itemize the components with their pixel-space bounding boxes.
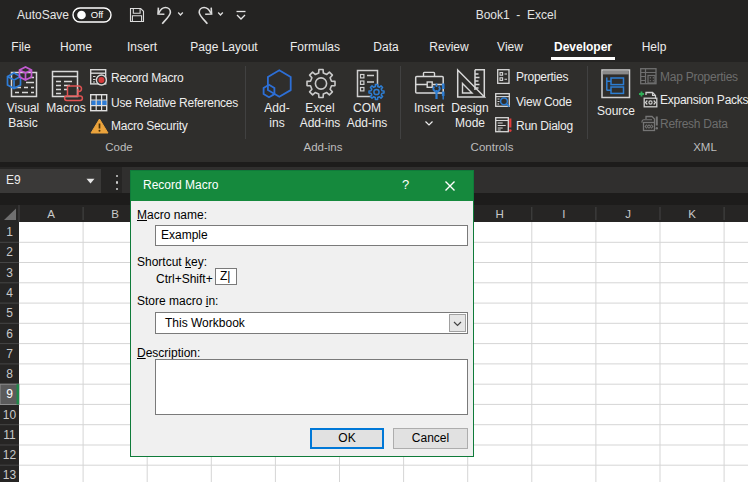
svg-text:2: 2	[6, 245, 13, 259]
svg-text:9: 9	[6, 387, 13, 401]
svg-text:4: 4	[6, 286, 13, 300]
svg-text:1: 1	[6, 225, 13, 239]
svg-text:6: 6	[6, 327, 13, 341]
svg-text:I: I	[562, 208, 565, 220]
svg-text:12: 12	[3, 448, 17, 462]
svg-text:13: 13	[3, 468, 17, 482]
svg-text:10: 10	[3, 408, 17, 422]
svg-text:8: 8	[6, 367, 13, 381]
svg-text:K: K	[688, 208, 696, 220]
svg-text:J: J	[625, 208, 631, 220]
svg-text:3: 3	[6, 266, 13, 280]
svg-text:A: A	[47, 208, 55, 220]
svg-text:Off: Off	[91, 9, 104, 20]
svg-text:7: 7	[6, 347, 13, 361]
svg-text:B: B	[111, 208, 119, 220]
svg-text:5: 5	[6, 306, 13, 320]
svg-text:11: 11	[3, 428, 16, 442]
svg-text:H: H	[496, 208, 504, 220]
